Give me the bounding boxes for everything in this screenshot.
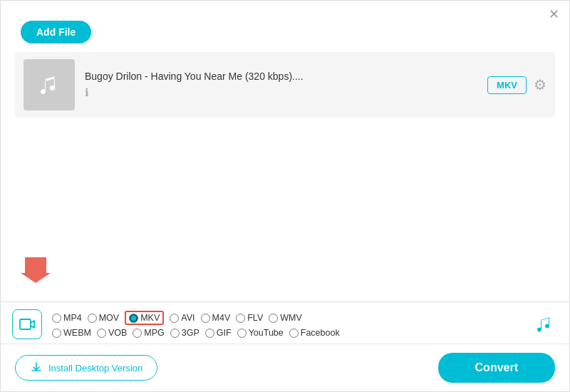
audio-format-icon[interactable] (532, 311, 558, 337)
file-list: Bugoy Drilon - Having You Near Me (320 k… (15, 52, 555, 118)
format-bar: MP4 MOV MKV AVI M4V (1, 302, 569, 344)
format-facebook[interactable]: Facebook (289, 328, 340, 338)
settings-icon[interactable]: ⚙ (534, 76, 546, 93)
file-name: Bugoy Drilon - Having You Near Me (320 k… (85, 71, 477, 82)
file-actions: MKV ⚙ (487, 76, 546, 94)
install-desktop-button[interactable]: Install Desktop Version (15, 355, 157, 381)
svg-rect-1 (20, 319, 31, 329)
format-mp4[interactable]: MP4 (52, 313, 82, 323)
format-wmv[interactable]: WMV (269, 313, 302, 323)
svg-marker-0 (21, 257, 51, 283)
format-mpg[interactable]: MPG (133, 328, 164, 338)
format-webm[interactable]: WEBM (52, 328, 91, 338)
arrow-down-container (21, 253, 51, 283)
format-avi[interactable]: AVI (170, 313, 195, 323)
bottom-panel: MP4 MOV MKV AVI M4V (1, 301, 569, 391)
close-button[interactable]: ✕ (549, 8, 559, 21)
format-row-1: MP4 MOV MKV AVI M4V (52, 311, 525, 325)
format-gif[interactable]: GIF (205, 328, 232, 338)
format-badge[interactable]: MKV (487, 76, 527, 94)
format-youtube[interactable]: YouTube (237, 328, 284, 338)
format-3gp[interactable]: 3GP (170, 328, 200, 338)
format-vob[interactable]: VOB (97, 328, 127, 338)
download-icon (30, 361, 43, 374)
file-info: Bugoy Drilon - Having You Near Me (320 k… (85, 71, 477, 99)
format-options: MP4 MOV MKV AVI M4V (52, 311, 525, 338)
format-mkv[interactable]: MKV (125, 311, 164, 325)
format-row-2: WEBM VOB MPG 3GP GIF (52, 328, 525, 338)
music-note-icon (36, 72, 62, 98)
add-file-button[interactable]: Add File (21, 21, 91, 43)
action-bar: Install Desktop Version Convert (1, 344, 569, 391)
arrow-down-icon (21, 253, 51, 283)
video-format-icon[interactable] (12, 309, 42, 339)
format-m4v[interactable]: M4V (201, 313, 231, 323)
file-item: Bugoy Drilon - Having You Near Me (320 k… (15, 52, 555, 118)
convert-button[interactable]: Convert (438, 353, 555, 383)
file-thumbnail (24, 59, 75, 110)
format-mov[interactable]: MOV (88, 313, 119, 323)
format-flv[interactable]: FLV (236, 313, 263, 323)
info-icon[interactable]: ℹ (85, 86, 89, 98)
